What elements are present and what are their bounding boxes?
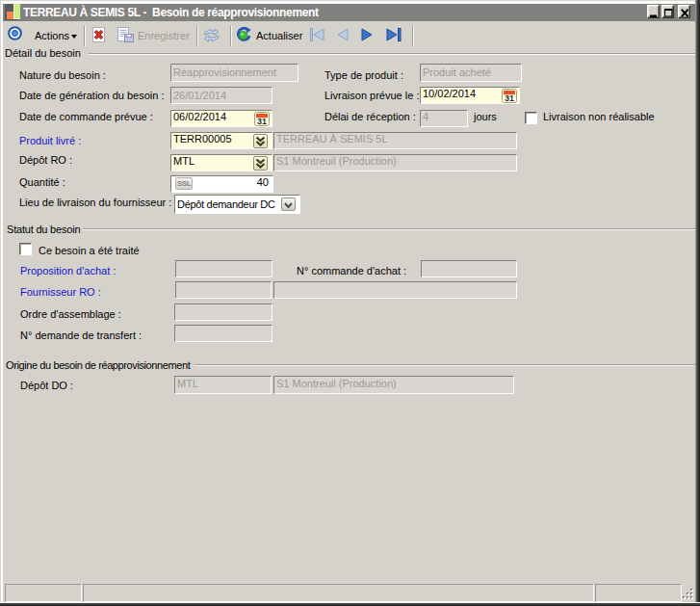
svg-text:31: 31: [257, 117, 267, 126]
svg-text:31: 31: [505, 93, 514, 103]
